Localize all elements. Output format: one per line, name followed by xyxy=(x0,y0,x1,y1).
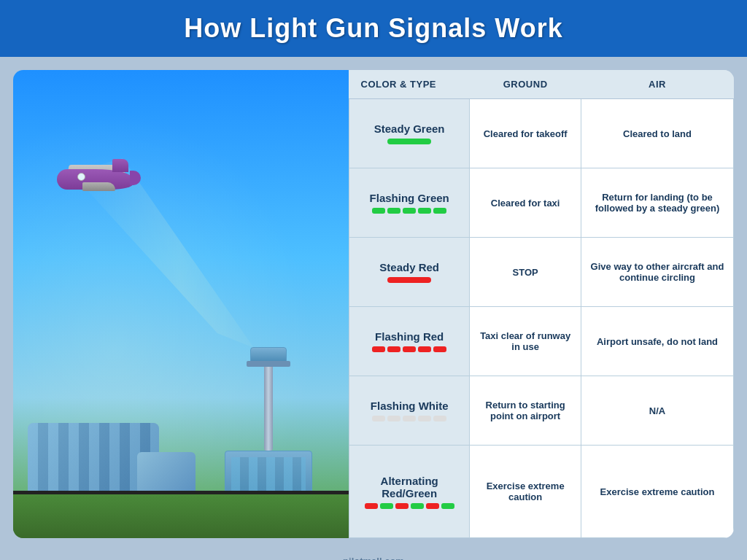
air-meaning-cell: N/A xyxy=(581,376,733,446)
signal-type-cell: Flashing White xyxy=(349,376,470,446)
signal-type-cell: Flashing Red xyxy=(349,307,470,376)
ground-meaning-cell: Exercise extreme caution xyxy=(470,446,581,538)
signal-label: Flashing White xyxy=(358,400,460,412)
footer-text: pilotmall.com xyxy=(343,556,404,560)
table-row: Flashing GreenCleared for taxiReturn for… xyxy=(349,168,734,238)
main-content: COLOR & TYPE GROUND AIR Steady GreenClea… xyxy=(0,57,747,551)
signal-type-cell: Steady Red xyxy=(349,238,470,307)
signal-label: Steady Green xyxy=(358,122,460,135)
air-meaning-cell: Cleared to land xyxy=(581,99,733,168)
table-row: Alternating Red/GreenExercise extreme ca… xyxy=(349,446,734,538)
signal-table: COLOR & TYPE GROUND AIR Steady GreenClea… xyxy=(349,70,734,538)
ground-meaning-cell: Cleared for takeoff xyxy=(470,99,581,168)
signal-label: Flashing Green xyxy=(358,192,460,204)
signal-label: Steady Red xyxy=(358,261,460,273)
page-header: How Light Gun Signals Work xyxy=(0,0,747,57)
control-tower xyxy=(225,347,312,509)
terminal-wing xyxy=(137,452,196,496)
col-header-air: AIR xyxy=(581,70,733,99)
table-row: Flashing RedTaxi clear of runway in useA… xyxy=(349,307,734,376)
col-header-ground: GROUND xyxy=(470,70,581,99)
signal-indicator xyxy=(358,416,460,421)
table-row: Flashing WhiteReturn to starting point o… xyxy=(349,376,734,446)
signal-indicator xyxy=(358,139,460,144)
col-header-type: COLOR & TYPE xyxy=(349,70,470,99)
air-meaning-cell: Airport unsafe, do not land xyxy=(581,307,733,376)
air-meaning-cell: Return for landing (to be followed by a … xyxy=(581,168,733,238)
page-title: How Light Gun Signals Work xyxy=(15,13,732,44)
table-row: Steady GreenCleared for takeoffCleared t… xyxy=(349,99,734,168)
signal-type-cell: Alternating Red/Green xyxy=(349,446,470,538)
ground-meaning-cell: Taxi clear of runway in use xyxy=(470,307,581,376)
signal-indicator xyxy=(358,208,460,214)
illustration-panel xyxy=(13,70,349,538)
signal-type-cell: Flashing Green xyxy=(349,168,470,238)
signal-indicator xyxy=(358,346,460,352)
signal-indicator xyxy=(358,503,460,509)
ground-meaning-cell: Return to starting point on airport xyxy=(470,376,581,446)
ground-meaning-cell: Cleared for taxi xyxy=(470,168,581,238)
signal-type-cell: Steady Green xyxy=(349,99,470,168)
table-row: Steady RedSTOPGive way to other aircraft… xyxy=(349,238,734,307)
airplane-illustration xyxy=(57,158,137,201)
signal-label: Flashing Red xyxy=(358,330,460,343)
ground-meaning-cell: STOP xyxy=(470,238,581,307)
air-meaning-cell: Exercise extreme caution xyxy=(581,446,733,538)
ground xyxy=(13,494,349,538)
signal-table-panel: COLOR & TYPE GROUND AIR Steady GreenClea… xyxy=(349,70,734,538)
signal-label: Alternating Red/Green xyxy=(358,475,460,499)
air-meaning-cell: Give way to other aircraft and continue … xyxy=(581,238,733,307)
signal-indicator xyxy=(358,277,460,283)
page-footer: pilotmall.com xyxy=(0,551,747,560)
